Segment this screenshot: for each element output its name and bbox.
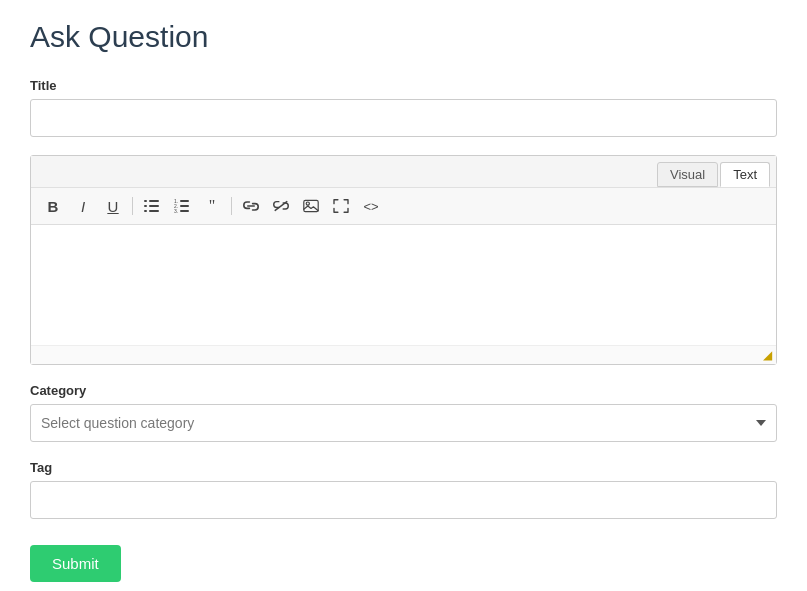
toolbar-code-button[interactable]: <> — [357, 193, 385, 219]
tab-visual[interactable]: Visual — [657, 162, 718, 187]
fullscreen-icon — [333, 199, 349, 213]
toolbar-blockquote-button[interactable]: " — [198, 193, 226, 219]
page-title: Ask Question — [30, 20, 777, 54]
toolbar-divider-2 — [231, 197, 232, 215]
svg-rect-4 — [144, 210, 147, 212]
tag-group: Tag — [30, 460, 777, 519]
ol-icon: 1. 2. 3. — [174, 199, 190, 213]
svg-rect-3 — [149, 205, 159, 207]
toolbar-fullscreen-button[interactable] — [327, 193, 355, 219]
category-select[interactable]: Select question category — [30, 404, 777, 442]
svg-rect-5 — [149, 210, 159, 212]
category-label: Category — [30, 383, 777, 398]
title-input[interactable] — [30, 99, 777, 137]
svg-rect-11 — [180, 210, 189, 212]
tab-text[interactable]: Text — [720, 162, 770, 187]
toolbar-bold-button[interactable]: B — [39, 193, 67, 219]
svg-rect-9 — [180, 205, 189, 207]
editor-group: Visual Text B I U — [30, 155, 777, 365]
toolbar-link-button[interactable] — [237, 193, 265, 219]
link-icon — [243, 199, 259, 213]
image-icon — [303, 199, 319, 213]
title-label: Title — [30, 78, 777, 93]
editor-resize-handle: ◢ — [31, 345, 776, 364]
ul-icon — [144, 199, 160, 213]
resize-icon: ◢ — [763, 348, 772, 362]
toolbar-divider-1 — [132, 197, 133, 215]
title-group: Title — [30, 78, 777, 137]
svg-rect-2 — [144, 205, 147, 207]
tag-label: Tag — [30, 460, 777, 475]
svg-text:3.: 3. — [174, 208, 178, 213]
svg-rect-13 — [304, 200, 318, 211]
editor-tabs: Visual Text — [31, 156, 776, 188]
svg-rect-0 — [144, 200, 147, 202]
toolbar-ul-button[interactable] — [138, 193, 166, 219]
editor-wrapper: Visual Text B I U — [30, 155, 777, 365]
toolbar-unlink-button[interactable] — [267, 193, 295, 219]
editor-toolbar: B I U 1. — [31, 188, 776, 225]
svg-point-14 — [306, 202, 309, 205]
toolbar-underline-button[interactable]: U — [99, 193, 127, 219]
svg-rect-7 — [180, 200, 189, 202]
editor-content[interactable] — [31, 225, 776, 345]
category-group: Category Select question category — [30, 383, 777, 442]
toolbar-ol-button[interactable]: 1. 2. 3. — [168, 193, 196, 219]
toolbar-italic-button[interactable]: I — [69, 193, 97, 219]
submit-button[interactable]: Submit — [30, 545, 121, 582]
toolbar-image-button[interactable] — [297, 193, 325, 219]
tag-input[interactable] — [30, 481, 777, 519]
svg-rect-1 — [149, 200, 159, 202]
unlink-icon — [273, 199, 289, 213]
